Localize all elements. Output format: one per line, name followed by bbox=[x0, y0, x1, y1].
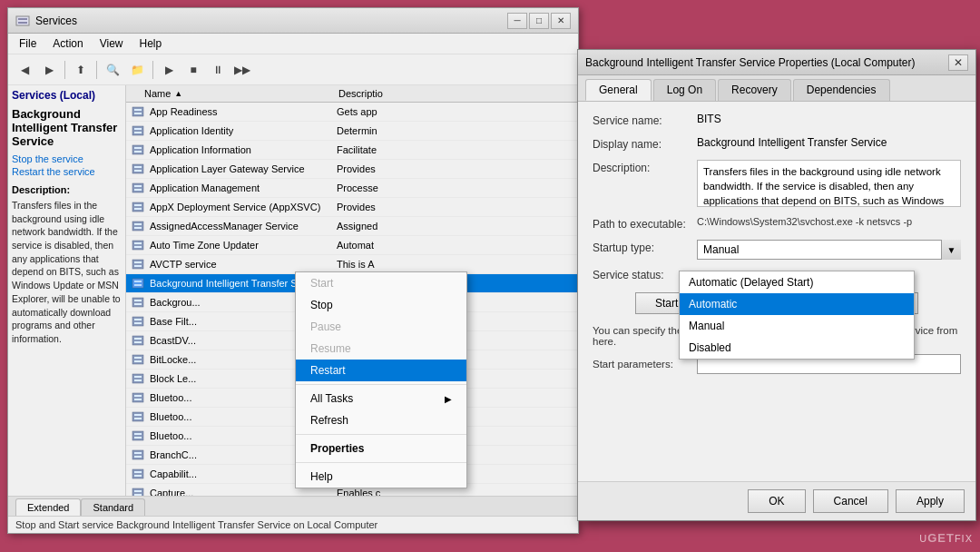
svg-rect-43 bbox=[134, 357, 142, 359]
svg-rect-47 bbox=[134, 380, 142, 381]
toolbar-forward[interactable]: ▶ bbox=[38, 59, 60, 81]
svg-rect-50 bbox=[134, 399, 142, 400]
left-panel-header[interactable]: Services (Local) bbox=[12, 89, 122, 102]
service-description: Transfers files in the background using … bbox=[12, 199, 122, 346]
table-row[interactable]: Application Layer Gateway ServiceProvide… bbox=[126, 160, 578, 179]
menu-action[interactable]: Action bbox=[45, 35, 90, 52]
dd-automatic-delayed[interactable]: Automatic (Delayed Start) bbox=[680, 271, 914, 293]
service-row-name: Application Management bbox=[146, 182, 337, 193]
tab-standard[interactable]: Standard bbox=[81, 498, 145, 516]
props-footer: OK Cancel Apply bbox=[578, 481, 975, 520]
props-tab-dependencies[interactable]: Dependencies bbox=[793, 79, 890, 101]
close-button[interactable]: ✕ bbox=[551, 13, 571, 29]
services-titlebar: Services ─ □ ✕ bbox=[8, 8, 578, 34]
ctx-help[interactable]: Help bbox=[296, 466, 466, 488]
dd-automatic[interactable]: Automatic bbox=[680, 293, 914, 315]
service-row-icon bbox=[130, 123, 146, 138]
svg-rect-28 bbox=[134, 261, 142, 263]
ok-button[interactable]: OK bbox=[748, 489, 805, 513]
service-row-icon bbox=[130, 467, 146, 481]
ctx-properties[interactable]: Properties bbox=[296, 438, 466, 459]
ctx-stop[interactable]: Stop bbox=[296, 294, 466, 316]
table-row[interactable]: AppX Deployment Service (AppXSVC)Provide… bbox=[126, 198, 578, 217]
svg-rect-59 bbox=[134, 456, 142, 458]
tab-extended[interactable]: Extended bbox=[15, 498, 81, 517]
desc-column-header[interactable]: Descriptio bbox=[335, 88, 578, 99]
menu-view[interactable]: View bbox=[93, 35, 131, 52]
startup-type-row: Startup type: Manual Automatic (Delayed … bbox=[593, 240, 961, 260]
toolbar-pause[interactable]: ⏸ bbox=[207, 59, 229, 81]
dd-manual[interactable]: Manual bbox=[680, 315, 914, 337]
startup-select-wrapper: Manual Automatic (Delayed Start) Automat… bbox=[697, 240, 961, 260]
service-name-row: Service name: BITS bbox=[593, 113, 961, 127]
svg-rect-54 bbox=[132, 431, 143, 440]
svg-rect-19 bbox=[134, 204, 142, 206]
svg-rect-56 bbox=[134, 437, 142, 439]
table-row[interactable]: AssignedAccessManager ServiceAssigned bbox=[126, 217, 578, 236]
service-row-desc: Automat bbox=[337, 240, 578, 251]
menu-file[interactable]: File bbox=[12, 35, 44, 52]
stop-service-link[interactable]: Stop the service bbox=[12, 153, 122, 164]
service-row-icon bbox=[130, 104, 146, 119]
dd-disabled[interactable]: Disabled bbox=[680, 337, 914, 359]
menu-help[interactable]: Help bbox=[132, 35, 170, 52]
svg-rect-55 bbox=[134, 433, 142, 435]
toolbar-back[interactable]: ◀ bbox=[14, 59, 35, 81]
minimize-button[interactable]: ─ bbox=[507, 13, 527, 29]
props-tab-general[interactable]: General bbox=[585, 79, 652, 101]
toolbar-play[interactable]: ▶ bbox=[158, 59, 180, 81]
svg-rect-34 bbox=[134, 300, 142, 301]
restart-service-link[interactable]: Restart the service bbox=[12, 166, 122, 177]
props-tab-logon[interactable]: Log On bbox=[653, 79, 716, 101]
svg-rect-60 bbox=[132, 469, 143, 478]
table-row[interactable]: Auto Time Zone UpdaterAutomat bbox=[126, 236, 578, 255]
service-row-icon bbox=[130, 314, 146, 329]
service-row-icon bbox=[130, 143, 146, 157]
toolbar-upfolder[interactable]: ⬆ bbox=[70, 59, 92, 81]
toolbar-search[interactable]: 🔍 bbox=[102, 59, 123, 81]
path-row: Path to executable: C:\Windows\System32\… bbox=[593, 216, 961, 231]
svg-rect-42 bbox=[132, 355, 143, 364]
svg-rect-53 bbox=[134, 418, 142, 419]
service-row-icon bbox=[130, 352, 146, 367]
startup-select[interactable]: Manual Automatic (Delayed Start) Automat… bbox=[697, 240, 961, 260]
ctx-all-tasks[interactable]: All Tasks ▶ bbox=[296, 388, 466, 409]
status-bar: Stop and Start service Background Intell… bbox=[8, 516, 578, 533]
table-row[interactable]: App ReadinessGets app bbox=[126, 103, 578, 122]
toolbar-stop[interactable]: ■ bbox=[182, 59, 204, 81]
name-column-header[interactable]: Name ▲ bbox=[126, 88, 335, 99]
service-row-icon bbox=[130, 238, 146, 252]
table-row[interactable]: Application InformationFacilitate bbox=[126, 141, 578, 160]
ctx-refresh[interactable]: Refresh bbox=[296, 409, 466, 431]
svg-rect-5 bbox=[134, 113, 142, 114]
props-close-button[interactable]: ✕ bbox=[948, 54, 968, 71]
svg-rect-52 bbox=[134, 414, 142, 416]
toolbar-folders[interactable]: 📁 bbox=[126, 59, 148, 81]
service-row-icon bbox=[130, 486, 146, 496]
apply-button[interactable]: Apply bbox=[896, 489, 965, 513]
toolbar: ◀ ▶ ⬆ 🔍 📁 ▶ ■ ⏸ ▶▶ bbox=[8, 54, 578, 85]
svg-rect-45 bbox=[132, 374, 143, 383]
svg-rect-22 bbox=[134, 223, 142, 225]
props-tab-recovery[interactable]: Recovery bbox=[718, 79, 791, 101]
svg-rect-58 bbox=[134, 452, 142, 454]
toolbar-resume[interactable]: ▶▶ bbox=[231, 59, 253, 81]
service-row-desc: This is A bbox=[337, 259, 578, 270]
maximize-button[interactable]: □ bbox=[529, 13, 549, 29]
path-label: Path to executable: bbox=[593, 216, 697, 231]
cancel-button[interactable]: Cancel bbox=[813, 489, 888, 513]
services-list-header: Name ▲ Descriptio bbox=[126, 85, 578, 103]
status-text: Stop and Start service Background Intell… bbox=[15, 519, 377, 530]
ctx-restart[interactable]: Restart bbox=[296, 360, 466, 381]
service-row-desc: Gets app bbox=[337, 106, 578, 117]
svg-rect-41 bbox=[134, 341, 142, 343]
svg-rect-36 bbox=[132, 317, 143, 326]
svg-rect-2 bbox=[18, 22, 27, 24]
table-row[interactable]: Application IdentityDetermin bbox=[126, 122, 578, 141]
svg-rect-31 bbox=[134, 281, 142, 282]
svg-rect-6 bbox=[132, 126, 143, 135]
selected-service-name: Background Intelligent Transfer Service bbox=[12, 107, 122, 148]
ctx-start[interactable]: Start bbox=[296, 272, 466, 294]
table-row[interactable]: Application ManagementProcesse bbox=[126, 179, 578, 198]
service-row-desc: Facilitate bbox=[337, 144, 578, 155]
